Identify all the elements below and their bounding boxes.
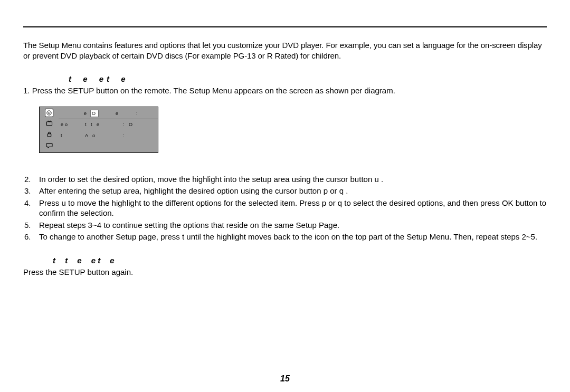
setup-menu-diagram: eO e : eo t t e : O t A o : (39, 107, 158, 153)
diagram-row: t A o : (59, 130, 158, 141)
diagram-cell: t t e (85, 122, 123, 127)
svg-rect-3 (46, 122, 52, 126)
page-number: 15 (0, 374, 570, 384)
step-number: 2. (23, 174, 39, 185)
step-text: In order to set the desired option, move… (39, 174, 547, 185)
svg-rect-4 (48, 134, 51, 137)
diagram-header-row: eO e : (59, 108, 158, 119)
svg-point-2 (50, 112, 50, 112)
speech-bubble-icon (42, 141, 56, 150)
smiley-icon (45, 109, 53, 117)
exit-instruction: Press the SETUP button again. (23, 267, 547, 278)
diagram-cell: A o (85, 133, 123, 138)
step-text: Press u to move the highlight to the dif… (39, 198, 547, 218)
diagram-text-area: eO e : eo t t e : O t A o : (59, 107, 158, 152)
step-number: 6. (23, 232, 39, 242)
list-item: 4. Press u to move the highlight to the … (23, 198, 547, 218)
diagram-icon-column (40, 107, 59, 152)
step-1-text: 1. Press the SETUP button on the remote.… (23, 85, 547, 96)
tv-icon (42, 119, 56, 128)
step-number: 3. (23, 186, 39, 196)
heading-exit-setup-menu: t t e et e (53, 256, 547, 265)
heading-use-setup-menu: t e et e (69, 74, 547, 83)
list-item: 6. To change to another Setup page, pres… (23, 232, 547, 242)
step-text: To change to another Setup page, press t… (39, 232, 547, 242)
steps-list: 2. In order to set the desired option, m… (23, 174, 547, 242)
step-number: 4. (23, 198, 39, 218)
list-item: 2. In order to set the desired option, m… (23, 174, 547, 185)
diagram-cell: : O (123, 122, 155, 127)
lock-icon (42, 130, 56, 139)
svg-point-1 (48, 112, 49, 112)
manual-page: The Setup Menu contains features and opt… (0, 0, 570, 392)
diagram-row-empty (59, 141, 158, 152)
diagram-cell: : (123, 133, 155, 138)
diagram-header-col3: : (136, 111, 139, 116)
svg-point-0 (47, 110, 51, 114)
list-item: 5. Repeat steps 3~4 to continue setting … (23, 220, 547, 231)
diagram-cell: eo (59, 122, 85, 127)
step-text: Repeat steps 3~4 to continue setting the… (39, 220, 547, 231)
list-item: 3. After entering the setup area, highli… (23, 186, 547, 196)
step-text: After entering the setup area, highlight… (39, 186, 547, 196)
diagram-header-col2: e (99, 111, 136, 116)
step-number: 5. (23, 220, 39, 231)
horizontal-rule (23, 26, 547, 27)
diagram-cell: t (59, 133, 85, 138)
diagram-header-col1: eO (59, 111, 99, 116)
intro-paragraph: The Setup Menu contains features and opt… (23, 40, 547, 61)
diagram-row: eo t t e : O (59, 119, 158, 130)
